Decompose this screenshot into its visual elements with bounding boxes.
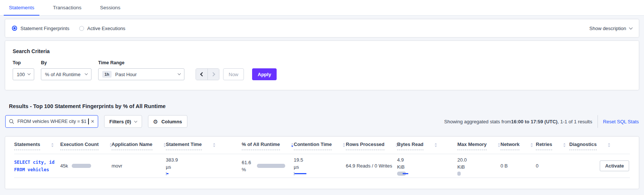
time-range-value: Past Hour [115, 72, 137, 77]
sort-icon-active-desc[interactable] [291, 143, 293, 147]
tab-sessions[interactable]: Sessions [95, 0, 126, 16]
max-memory-bar [457, 172, 461, 176]
top-select[interactable]: 100 [13, 68, 34, 80]
time-range-value-group: 1h Past Hour [102, 71, 137, 78]
by-select[interactable]: % of All Runtime [41, 68, 91, 80]
table-row: SELECT city, id FROM vehicles 45k movr 3… [14, 154, 630, 178]
time-pager [196, 68, 219, 80]
radio-active-executions[interactable]: Active Executions [79, 26, 126, 31]
column-header-application-name[interactable]: Application Name [112, 142, 166, 150]
radio-unselected-icon[interactable] [79, 26, 84, 31]
results-filter-row: y, id FROM vehicles WHERE city = $1 ✕ Fi… [5, 115, 639, 128]
tab-statements[interactable]: Statements [4, 0, 39, 16]
sort-icon[interactable] [343, 143, 345, 147]
time-range-label: Time Range [98, 60, 184, 65]
column-header-network[interactable]: Network [500, 142, 536, 150]
statement-fingerprint-link[interactable]: SELECT city, id FROM vehicles [14, 159, 60, 173]
top-field: Top 100 [13, 60, 34, 80]
statement-time-cell: 383.9 µs [166, 156, 242, 176]
sort-icon[interactable] [213, 143, 215, 147]
by-label: By [41, 60, 91, 65]
view-toggle-card: Statement Fingerprints Active Executions… [5, 19, 639, 37]
clear-search-icon[interactable]: ✕ [91, 119, 94, 124]
chevron-down-icon [134, 119, 137, 122]
radio-selected-icon[interactable] [12, 26, 17, 31]
execution-count-bar [72, 164, 91, 168]
execution-count-cell: 45k [60, 163, 112, 169]
filters-button[interactable]: Filters (0) [104, 115, 142, 128]
search-criteria-card: Search Criteria Top 100 By % of All Runt… [5, 41, 639, 90]
time-range-select[interactable]: 1h Past Hour [98, 68, 184, 80]
column-header-pct-of-all-runtime[interactable]: % of All Runtime [242, 142, 294, 150]
time-range-badge: 1h [102, 71, 112, 78]
search-criteria-controls: Top 100 By % of All Runtime Time Range 1… [13, 60, 631, 80]
statement-time-bar [166, 172, 242, 176]
column-header-max-memory[interactable]: Max Memory [457, 142, 500, 150]
column-header-retries[interactable]: Retries [536, 142, 569, 150]
table-header-row: Statements Execution Count Application N… [14, 137, 630, 154]
stats-time-range: 16:00 to 17:59 (UTC) [511, 119, 557, 124]
activate-diagnostics-button[interactable]: Activate [600, 160, 629, 171]
contention-time-cell: 19.5 µs [294, 156, 346, 176]
column-header-rows-processed[interactable]: Rows Processed [346, 142, 397, 150]
chevron-right-icon [211, 72, 215, 76]
search-input-value: y, id FROM vehicles WHERE city = $1 [17, 119, 86, 124]
page-body: Statement Fingerprints Active Executions… [0, 19, 644, 189]
vertical-divider [598, 115, 598, 128]
network-cell: 0 B [500, 163, 536, 169]
sort-icon[interactable] [608, 143, 610, 147]
by-select-value: % of All Runtime [45, 72, 80, 77]
filters-button-label: Filters (0) [109, 119, 131, 124]
max-memory-cell: 20.0 KiB [457, 156, 500, 176]
time-range-field: Time Range 1h Past Hour [98, 60, 184, 80]
column-header-statements[interactable]: Statements [14, 142, 60, 150]
radio-statement-fingerprints-label: Statement Fingerprints [20, 26, 70, 31]
chevron-down-icon [629, 26, 633, 29]
next-time-button[interactable] [207, 69, 219, 80]
chevron-down-icon [178, 72, 181, 75]
aggregated-stats-text: Showing aggregated stats from 16:00 to 1… [444, 119, 592, 124]
column-header-bytes-read[interactable]: Bytes Read [397, 142, 457, 150]
results-table-card: Statements Execution Count Application N… [5, 137, 639, 189]
columns-button[interactable]: ⚙ Columns [148, 115, 187, 128]
contention-time-bar [294, 172, 346, 176]
radio-active-executions-label: Active Executions [87, 26, 126, 31]
sql-activity-tabbar: Statements Transactions Sessions [0, 0, 644, 16]
by-field: By % of All Runtime [41, 60, 91, 80]
column-header-diagnostics[interactable]: Diagnostics [569, 142, 630, 150]
bytes-read-bar [397, 172, 408, 176]
sort-icon[interactable] [563, 143, 566, 147]
now-button[interactable]: Now [223, 68, 244, 80]
apply-button[interactable]: Apply [252, 68, 277, 80]
sort-icon[interactable] [531, 143, 533, 147]
columns-button-label: Columns [161, 119, 182, 124]
bytes-read-cell: 4.9 KiB [397, 156, 457, 176]
show-description-label: Show description [589, 26, 626, 31]
top-select-value: 100 [17, 72, 25, 77]
sort-icon[interactable] [51, 143, 54, 147]
sort-icon[interactable] [164, 143, 166, 147]
rows-processed-cell: 64.9 Reads / 0 Writes [346, 163, 397, 169]
diagnostics-cell: Activate [569, 160, 630, 171]
sort-icon[interactable] [435, 143, 437, 147]
retries-cell: 0 [536, 163, 569, 169]
search-input[interactable]: y, id FROM vehicles WHERE city = $1 ✕ [5, 115, 98, 128]
tab-transactions[interactable]: Transactions [48, 0, 87, 16]
column-header-contention-time[interactable]: Contention Time [294, 142, 346, 150]
stats-suffix: , 1-1 of 1 results [557, 119, 592, 124]
show-description-toggle[interactable]: Show description [589, 26, 632, 31]
column-header-execution-count[interactable]: Execution Count [60, 142, 112, 150]
search-icon [9, 119, 14, 124]
text-cursor [88, 118, 89, 124]
column-header-statement-time[interactable]: Statement Time [166, 142, 242, 150]
reset-sql-stats-link[interactable]: Reset SQL Stats [603, 119, 639, 124]
top-label: Top [13, 60, 34, 65]
results-heading: Results - Top 100 Statement Fingerprints… [9, 103, 635, 109]
sort-icon[interactable] [498, 143, 500, 147]
application-name-cell: movr [112, 163, 166, 169]
gear-icon: ⚙ [153, 119, 158, 124]
stats-prefix: Showing aggregated stats from [444, 119, 511, 124]
prev-time-button[interactable] [196, 69, 207, 80]
radio-statement-fingerprints[interactable]: Statement Fingerprints [12, 26, 70, 31]
chevron-left-icon [200, 72, 204, 76]
